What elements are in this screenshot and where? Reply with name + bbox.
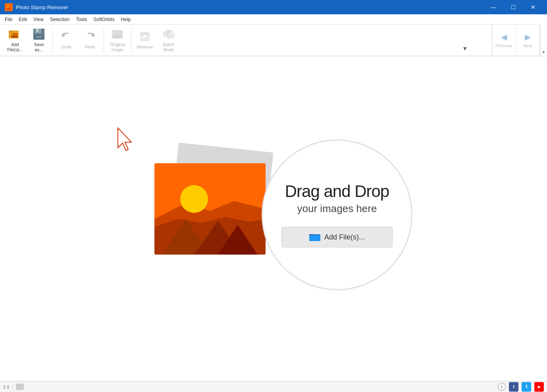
title-bar: Photo Stamp Remover — ☐ ✕ [0, 0, 547, 14]
status-bar: 1:1 i f 𝕥 ▶ [0, 381, 547, 392]
svg-point-1 [7, 6, 9, 8]
redo-label: Redo [85, 44, 95, 50]
drag-subtext: your images here [297, 203, 377, 215]
svg-point-19 [114, 32, 116, 34]
svg-rect-11 [37, 29, 38, 32]
photo-illustration [154, 163, 266, 255]
drop-zone-circle[interactable]: Drag and Drop your images here Add File(… [262, 139, 412, 290]
save-as-button[interactable]: Save as... [27, 26, 51, 54]
youtube-button[interactable]: ▶ [534, 382, 544, 392]
menu-softorbits[interactable]: SoftOrbits [90, 15, 117, 23]
original-image-icon [111, 28, 124, 41]
menu-bar: File Edit View Selection Tools SoftOrbit… [0, 14, 547, 25]
menu-view[interactable]: View [30, 15, 47, 23]
redo-button[interactable]: Redo [78, 26, 102, 54]
nav-area: ◀ Previous ▶ Next ▼ [492, 25, 547, 56]
save-as-icon [33, 28, 45, 41]
drag-text-line1: Drag and Drop [285, 182, 389, 201]
batch-mode-icon [162, 28, 175, 41]
next-arrow-icon: ▶ [525, 32, 531, 42]
folder-icon [309, 233, 320, 241]
maximize-button[interactable]: ☐ [504, 0, 522, 14]
remove-label: Remove [137, 44, 153, 50]
add-files-circle-label: Add File(s)... [324, 233, 365, 241]
twitter-button[interactable]: 𝕥 [522, 382, 531, 392]
status-right-area: i f 𝕥 ▶ [498, 382, 544, 392]
original-image-button[interactable]: Original Image [106, 26, 129, 54]
toolbar-scroll-button[interactable]: ▼ [540, 24, 547, 56]
remove-icon [139, 30, 151, 43]
undo-button[interactable]: Undo [54, 26, 78, 54]
redo-icon [84, 30, 96, 43]
separator-3 [131, 28, 131, 52]
status-image-icon [16, 384, 24, 390]
app-icon [5, 3, 13, 11]
app-title: Photo Stamp Remover [16, 4, 484, 10]
minimize-button[interactable]: — [484, 0, 503, 14]
svg-rect-13 [36, 36, 42, 38]
toolbar: Add File(s)... Save as... [0, 25, 547, 56]
add-files-circle-button[interactable]: Add File(s)... [281, 227, 393, 247]
cursor-icon [115, 126, 135, 155]
menu-selection[interactable]: Selection [47, 15, 73, 23]
save-as-label: Save as... [34, 42, 44, 52]
menu-edit[interactable]: Edit [15, 15, 30, 23]
svg-marker-35 [118, 128, 131, 151]
zoom-level: 1:1 [3, 384, 13, 389]
previous-arrow-icon: ◀ [501, 32, 507, 42]
previous-label: Previous [495, 43, 512, 48]
window-controls: — ☐ ✕ [484, 0, 542, 14]
close-button[interactable]: ✕ [524, 0, 542, 14]
content-area: Drag and Drop your images here Add File(… [135, 143, 412, 294]
svg-point-7 [12, 33, 13, 35]
circle-overlay: Drag and Drop your images here Add File(… [262, 139, 412, 290]
toolbar-main-group: Add File(s)... Save as... [3, 25, 181, 56]
main-area: Drag and Drop your images here Add File(… [0, 56, 547, 381]
next-button[interactable]: ▶ Next [516, 24, 540, 56]
info-button[interactable]: i [498, 383, 506, 391]
undo-icon [60, 30, 73, 43]
separator-2 [104, 28, 104, 52]
original-image-label: Original Image [110, 42, 125, 52]
svg-point-31 [180, 185, 208, 213]
batch-mode-label: Batch Mode [163, 42, 174, 52]
remove-button[interactable]: Remove [133, 26, 157, 54]
toolbar-dropdown-arrow[interactable]: ▼ [462, 45, 468, 52]
separator-1 [52, 28, 53, 52]
undo-label: Undo [61, 44, 71, 50]
svg-point-27 [169, 33, 174, 38]
facebook-button[interactable]: f [509, 382, 518, 392]
previous-button[interactable]: ◀ Previous [492, 24, 516, 56]
add-files-label: Add File(s)... [7, 42, 23, 52]
add-files-icon [9, 28, 21, 41]
menu-file[interactable]: File [2, 15, 15, 23]
photo-card-front [154, 163, 266, 255]
add-files-button[interactable]: Add File(s)... [3, 26, 27, 54]
menu-tools[interactable]: Tools [73, 15, 90, 23]
svg-rect-38 [309, 235, 320, 241]
batch-mode-button[interactable]: Batch Mode [157, 26, 181, 54]
next-label: Next [523, 43, 532, 48]
menu-help[interactable]: Help [118, 15, 134, 23]
